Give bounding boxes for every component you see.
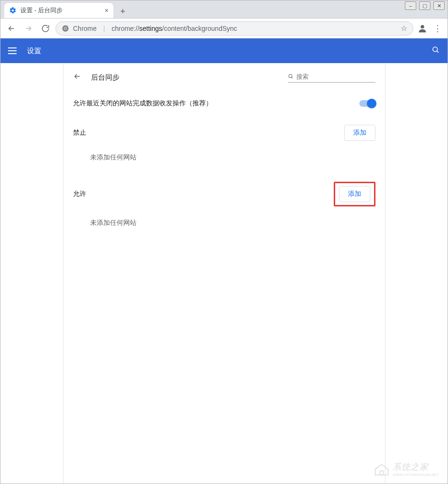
url-text: chrome://settings/content/backgroundSync: [111, 25, 237, 32]
window-controls: – ▢ ✕: [402, 0, 448, 12]
address-bar[interactable]: Chrome | chrome://settings/content/backg…: [55, 21, 413, 36]
window-minimize-button[interactable]: –: [405, 1, 416, 10]
block-add-button[interactable]: 添加: [344, 125, 375, 141]
search-input[interactable]: [296, 73, 375, 80]
tab-strip: 设置 - 后台同步 × +: [0, 0, 448, 19]
allow-empty-message: 未添加任何网站: [73, 206, 375, 237]
page-title: 后台同步: [91, 73, 119, 82]
reload-button[interactable]: [38, 21, 53, 36]
svg-rect-6: [380, 471, 384, 475]
browser-toolbar: Chrome | chrome://settings/content/backg…: [0, 19, 448, 38]
settings-page: 后台同步 允许最近关闭的网站完成数据收发操作（推荐） 禁止 添加 未添加任何网站…: [0, 64, 448, 484]
allow-add-highlight: 添加: [334, 182, 375, 206]
bookmark-star-icon[interactable]: ☆: [401, 24, 407, 33]
browser-tab[interactable]: 设置 - 后台同步 ×: [4, 3, 113, 18]
toggle-label: 允许最近关闭的网站完成数据收发操作（推荐）: [73, 99, 212, 108]
forward-button[interactable]: [21, 21, 36, 36]
house-icon: [374, 463, 390, 476]
window-close-button[interactable]: ✕: [433, 1, 445, 10]
url-scheme-label: Chrome: [73, 25, 97, 32]
settings-header-title: 设置: [27, 47, 41, 56]
search-icon: [288, 73, 294, 80]
toggle-knob: [367, 99, 376, 108]
block-section: 禁止 添加 未添加任何网站: [64, 117, 385, 174]
allow-section: 允许 添加 未添加任何网站: [64, 174, 385, 240]
allow-heading: 允许: [73, 190, 86, 198]
block-empty-message: 未添加任何网站: [73, 141, 375, 171]
back-button[interactable]: [4, 21, 18, 36]
allow-add-button[interactable]: 添加: [339, 186, 370, 202]
toggle-row: 允许最近关闭的网站完成数据收发操作（推荐）: [64, 90, 385, 117]
window-maximize-button[interactable]: ▢: [419, 1, 430, 10]
block-heading: 禁止: [73, 129, 86, 137]
svg-point-3: [421, 25, 424, 28]
account-icon[interactable]: [416, 22, 429, 35]
chrome-icon: [62, 25, 69, 32]
close-icon[interactable]: ×: [105, 7, 109, 14]
url-separator: |: [101, 25, 108, 32]
watermark-text: 系统之家: [393, 461, 439, 473]
search-icon[interactable]: [431, 46, 440, 56]
settings-header: 设置: [0, 38, 448, 63]
back-arrow-icon[interactable]: [73, 72, 82, 83]
new-tab-button[interactable]: +: [116, 5, 129, 18]
browser-menu-button[interactable]: ⋮: [431, 23, 444, 34]
svg-point-2: [64, 28, 66, 29]
section-header: 后台同步: [64, 64, 385, 90]
section-search[interactable]: [288, 73, 375, 83]
svg-point-4: [433, 47, 438, 52]
watermark: 系统之家 WWW.XITONGZHIJIA.NET: [374, 461, 439, 477]
watermark-sub: WWW.XITONGZHIJIA.NET: [393, 473, 439, 477]
svg-point-5: [289, 74, 292, 78]
gear-icon: [9, 7, 17, 14]
background-sync-toggle[interactable]: [359, 100, 375, 107]
settings-card: 后台同步 允许最近关闭的网站完成数据收发操作（推荐） 禁止 添加 未添加任何网站…: [63, 64, 385, 484]
menu-icon[interactable]: [8, 45, 19, 56]
tab-title: 设置 - 后台同步: [20, 7, 63, 15]
